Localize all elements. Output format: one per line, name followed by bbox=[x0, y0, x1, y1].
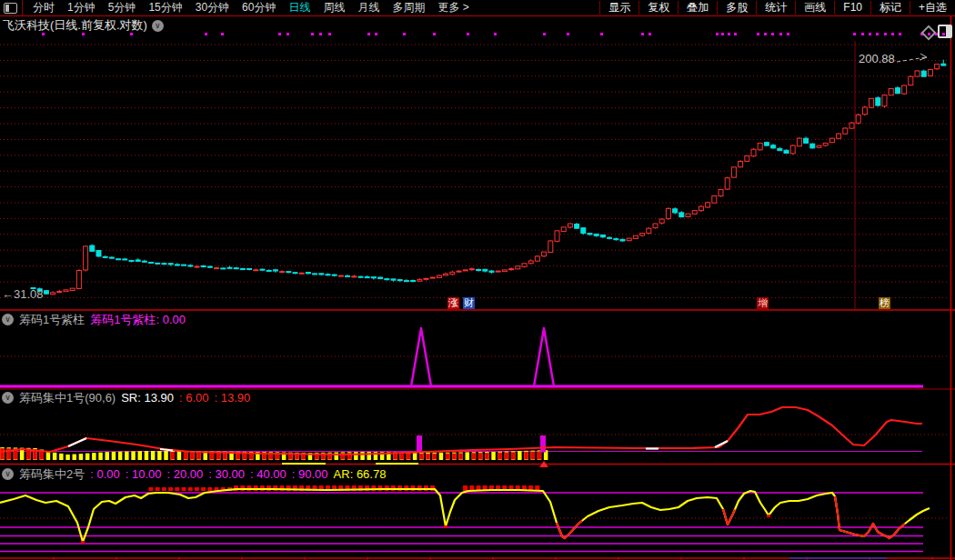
indicator2-header: ∨ 筹码集中1号(90,6) SR: 13.90 : 6.00 : 13.90 bbox=[2, 391, 250, 405]
news-badge-2[interactable]: 增 bbox=[757, 297, 769, 309]
indicator1-value: 筹码1号紫柱: 0.00 bbox=[90, 312, 186, 328]
news-badge-0[interactable]: 涨 bbox=[447, 297, 459, 309]
split-window-icon[interactable] bbox=[938, 25, 952, 38]
indicator3-name: 筹码集中2号 bbox=[19, 466, 85, 483]
period-tab-15min[interactable]: 15分钟 bbox=[142, 0, 188, 15]
period-tab-60min[interactable]: 60分钟 bbox=[236, 0, 282, 15]
news-badge-1[interactable]: 财 bbox=[463, 297, 475, 309]
action-add-watchlist[interactable]: +自选 bbox=[910, 1, 955, 15]
action-mark[interactable]: 标记 bbox=[870, 1, 910, 15]
period-tab-timeshare[interactable]: 分时 bbox=[26, 0, 61, 15]
indicator3-level-3: : 30.00 bbox=[208, 467, 245, 481]
toolbar: 分时 1分钟 5分钟 15分钟 30分钟 60分钟 日线 周线 月线 多周期 更… bbox=[0, 0, 955, 16]
indicator3-ar-value: AR: 66.78 bbox=[334, 467, 387, 481]
news-badge-3[interactable]: 榜 bbox=[879, 297, 890, 309]
period-tab-multi[interactable]: 多周期 bbox=[386, 0, 431, 15]
action-overlay[interactable]: 叠加 bbox=[678, 1, 717, 15]
indicator2-name: 筹码集中1号(90,6) bbox=[19, 390, 116, 406]
indicator2-value2: : 13.90 bbox=[215, 391, 251, 405]
collapse-icon[interactable]: ∨ bbox=[2, 314, 14, 325]
period-tab-monthly[interactable]: 月线 bbox=[351, 0, 386, 15]
indicator1-name: 筹码1号紫柱 bbox=[19, 312, 85, 328]
action-drawline[interactable]: 画线 bbox=[795, 1, 834, 15]
action-stats[interactable]: 统计 bbox=[756, 1, 795, 15]
period-tab-5min[interactable]: 5分钟 bbox=[102, 0, 143, 15]
period-tabs: 分时 1分钟 5分钟 15分钟 30分钟 60分钟 日线 周线 月线 多周期 更… bbox=[26, 0, 476, 15]
indicator2-sr-value: SR: 13.90 bbox=[121, 391, 174, 405]
indicator3-level-1: : 10.00 bbox=[126, 467, 162, 481]
indicator3-level-0: : 0.00 bbox=[90, 467, 120, 481]
period-tab-weekly[interactable]: 周线 bbox=[317, 0, 351, 15]
collapse-icon[interactable]: ∨ bbox=[2, 468, 14, 480]
collapse-icon[interactable]: ∨ bbox=[2, 392, 14, 404]
action-multistock[interactable]: 多股 bbox=[717, 1, 756, 15]
layout-toggle[interactable] bbox=[0, 0, 23, 15]
indicator1-header: ∨ 筹码1号紫柱 筹码1号紫柱: 0.00 bbox=[2, 313, 186, 326]
indicator3-level-4: : 40.00 bbox=[250, 467, 286, 481]
action-buttons: 显示 复权 叠加 多股 统计 画线 F10 标记 +自选 bbox=[599, 1, 955, 15]
action-f10[interactable]: F10 bbox=[834, 1, 870, 15]
indicator3-level-2: : 20.00 bbox=[167, 467, 204, 481]
max-price-label: 200.88 bbox=[859, 52, 895, 65]
action-display[interactable]: 显示 bbox=[599, 1, 638, 15]
app-window: 分时 1分钟 5分钟 15分钟 30分钟 60分钟 日线 周线 月线 多周期 更… bbox=[0, 0, 955, 560]
min-price-label: ←31.08 bbox=[2, 287, 44, 301]
period-tab-daily[interactable]: 日线 bbox=[282, 0, 317, 15]
indicator3-level-5: : 90.00 bbox=[292, 467, 328, 481]
action-adjust[interactable]: 复权 bbox=[638, 1, 678, 15]
period-tab-1min[interactable]: 1分钟 bbox=[61, 0, 102, 15]
indicator3-header: ∨ 筹码集中2号 : 0.00 : 10.00 : 20.00 : 30.00 … bbox=[2, 467, 386, 481]
layout-toggle-icon bbox=[4, 3, 17, 14]
chart-title: 飞沃科技(日线.前复权.对数) ∨ bbox=[3, 17, 164, 34]
stock-title: 飞沃科技(日线.前复权.对数) bbox=[3, 17, 147, 34]
period-tab-30min[interactable]: 30分钟 bbox=[189, 0, 236, 15]
chevron-down-icon[interactable]: ∨ bbox=[152, 20, 164, 32]
indicator2-value1: : 6.00 bbox=[179, 391, 209, 405]
period-tab-more[interactable]: 更多 > bbox=[431, 0, 475, 15]
